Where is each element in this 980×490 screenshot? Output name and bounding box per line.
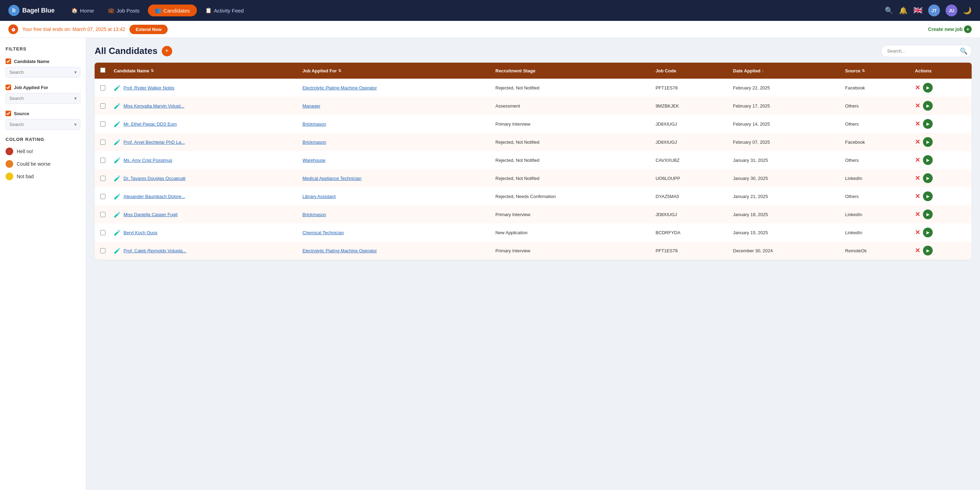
- delete-button-1[interactable]: ✕: [915, 102, 920, 110]
- view-button-5[interactable]: ▶: [923, 173, 933, 183]
- row-checkbox-5[interactable]: [100, 176, 105, 181]
- job-link-5[interactable]: Medical Appliance Technician: [302, 176, 361, 181]
- candidate-name-sort-icon: ⇅: [151, 68, 154, 73]
- color-rating-could-be-worse[interactable]: Could be worse: [6, 160, 80, 168]
- view-button-8[interactable]: ▶: [923, 228, 933, 237]
- row-checkbox-4[interactable]: [100, 158, 105, 163]
- filter-job-applied-for-checkbox[interactable]: [6, 84, 11, 90]
- row-checkbox-2[interactable]: [100, 121, 105, 127]
- extend-now-button[interactable]: Extend Now: [129, 25, 168, 34]
- create-job-plus-icon: +: [964, 25, 972, 33]
- create-new-job-link[interactable]: Create new job +: [928, 25, 972, 33]
- delete-button-4[interactable]: ✕: [915, 156, 920, 164]
- delete-button-9[interactable]: ✕: [915, 247, 920, 255]
- delete-button-0[interactable]: ✕: [915, 84, 920, 92]
- candidate-name-link-0[interactable]: Prof. Ryder Walker Nobis: [124, 85, 174, 91]
- delete-button-8[interactable]: ✕: [915, 229, 920, 236]
- row-checkbox-7[interactable]: [100, 212, 105, 217]
- view-button-4[interactable]: ▶: [923, 155, 933, 165]
- filter-candidate-name-search[interactable]: [6, 67, 80, 78]
- job-link-7[interactable]: Brickmason: [302, 212, 326, 217]
- row-code-cell-4: CAVXXUBZ: [651, 151, 729, 169]
- job-link-6[interactable]: Library Assistant: [302, 194, 336, 199]
- row-checkbox-1[interactable]: [100, 103, 105, 108]
- row-actions-cell-4: ✕ ▶: [911, 151, 972, 169]
- delete-button-6[interactable]: ✕: [915, 192, 920, 200]
- filter-source-search[interactable]: [6, 119, 80, 130]
- job-link-4[interactable]: Warehouse: [302, 158, 325, 163]
- candidate-name-link-6[interactable]: Alexander Baumbach Dolore...: [124, 194, 185, 199]
- job-link-2[interactable]: Brickmason: [302, 121, 326, 127]
- view-button-0[interactable]: ▶: [923, 83, 933, 92]
- add-candidate-button[interactable]: +: [162, 46, 172, 56]
- job-link-3[interactable]: Brickmason: [302, 140, 326, 145]
- row-job-cell-3: Brickmason: [298, 133, 491, 151]
- filter-candidate-name-checkbox[interactable]: [6, 59, 11, 64]
- nav-job-posts[interactable]: 💼 Job Posts: [102, 5, 145, 16]
- view-button-9[interactable]: ▶: [923, 246, 933, 255]
- color-rating-hell-no[interactable]: Hell no!: [6, 148, 80, 155]
- delete-button-2[interactable]: ✕: [915, 120, 920, 128]
- search-icon[interactable]: 🔍: [885, 6, 893, 14]
- candidate-name-link-8[interactable]: Beryl Koch Quos: [124, 230, 158, 235]
- recruitment-stage-6: Rejected, Needs Confirmation: [495, 194, 555, 199]
- view-button-3[interactable]: ▶: [923, 137, 933, 147]
- filter-job-applied-for-search[interactable]: [6, 93, 80, 104]
- nav-candidates[interactable]: 👥 Candidates: [148, 5, 197, 16]
- job-link-1[interactable]: Manager: [302, 103, 320, 108]
- row-checkbox-3[interactable]: [100, 140, 105, 145]
- recruitment-stage-2: Primary Interview: [495, 121, 530, 127]
- row-checkbox-6[interactable]: [100, 194, 105, 199]
- candidate-name-link-5[interactable]: Dr. Tavares Douglas Occaecati: [124, 176, 185, 181]
- candidate-flask-icon-4: 🧪: [114, 157, 121, 164]
- nav-items: 🏠 Home 💼 Job Posts 👥 Candidates 📋 Activi…: [66, 5, 873, 16]
- candidate-name-link-9[interactable]: Prof. Caleb Reynolds Volupta...: [124, 248, 186, 253]
- bell-icon[interactable]: 🔔: [899, 6, 908, 14]
- candidate-name-link-7[interactable]: Miss Daniella Casper Fugit: [124, 212, 177, 217]
- candidate-name-link-2[interactable]: Mr. Ethel Pagac DDS Eum: [124, 121, 177, 127]
- header-source[interactable]: Source ⇅: [841, 63, 911, 79]
- header-job-applied-for[interactable]: Job Applied For ⇅: [298, 63, 491, 79]
- view-button-6[interactable]: ▶: [923, 191, 933, 201]
- row-checkbox-0[interactable]: [100, 85, 105, 91]
- source-7: LinkedIn: [845, 212, 862, 217]
- not-bad-label: Not bad: [17, 173, 34, 179]
- color-rating-not-bad[interactable]: Not bad: [6, 173, 80, 180]
- nav-activity-feed[interactable]: 📋 Activity Feed: [200, 5, 250, 16]
- delete-button-3[interactable]: ✕: [915, 138, 920, 146]
- delete-button-5[interactable]: ✕: [915, 174, 920, 182]
- view-button-7[interactable]: ▶: [923, 210, 933, 219]
- candidate-name-link-3[interactable]: Prof. Arvel Bechtelar PhD La...: [124, 140, 185, 145]
- row-checkbox-9[interactable]: [100, 248, 105, 253]
- job-link-0[interactable]: Electrolytic Plating Machine Operator: [302, 85, 377, 91]
- view-button-1[interactable]: ▶: [923, 101, 933, 111]
- row-job-cell-6: Library Assistant: [298, 187, 491, 205]
- header-date-applied[interactable]: Date Applied ↓: [729, 63, 841, 79]
- candidate-name-link-1[interactable]: Miss Kenyatta Marvin Volupt...: [124, 103, 185, 108]
- flag-icon[interactable]: 🇬🇧: [913, 6, 923, 15]
- table-row: 🧪 Miss Daniella Casper Fugit Brickmason …: [95, 205, 972, 223]
- filter-job-applied-for-arrow-icon: ▼: [73, 96, 78, 101]
- avatar-jt[interactable]: JT: [928, 5, 940, 16]
- row-source-cell-1: Others: [841, 97, 911, 115]
- nav-home[interactable]: 🏠 Home: [66, 5, 100, 16]
- view-button-2[interactable]: ▶: [923, 119, 933, 129]
- delete-button-7[interactable]: ✕: [915, 210, 920, 218]
- select-all-checkbox[interactable]: [100, 67, 105, 73]
- candidates-search-input[interactable]: [881, 45, 972, 57]
- color-rating-section: COLOR RATING Hell no! Could be worse Not…: [6, 137, 80, 180]
- dark-mode-icon[interactable]: 🌙: [963, 6, 972, 14]
- candidate-name-link-4[interactable]: Ms. Amy Crist Possimus: [124, 158, 172, 163]
- header-candidate-name[interactable]: Candidate Name ⇅: [110, 63, 298, 79]
- job-code-4: CAVXXUBZ: [655, 158, 679, 163]
- source-8: LinkedIn: [845, 230, 862, 235]
- table-row: 🧪 Prof. Arvel Bechtelar PhD La... Brickm…: [95, 133, 972, 151]
- row-stage-cell-1: Assessment: [491, 97, 651, 115]
- candidates-search-icon[interactable]: 🔍: [960, 47, 967, 55]
- job-link-8[interactable]: Chemical Technician: [302, 230, 344, 235]
- filter-source-checkbox[interactable]: [6, 111, 11, 116]
- avatar-ju[interactable]: JU: [945, 5, 958, 16]
- row-source-cell-8: LinkedIn: [841, 223, 911, 242]
- row-checkbox-8[interactable]: [100, 230, 105, 235]
- job-link-9[interactable]: Electrolytic Plating Machine Operator: [302, 248, 377, 253]
